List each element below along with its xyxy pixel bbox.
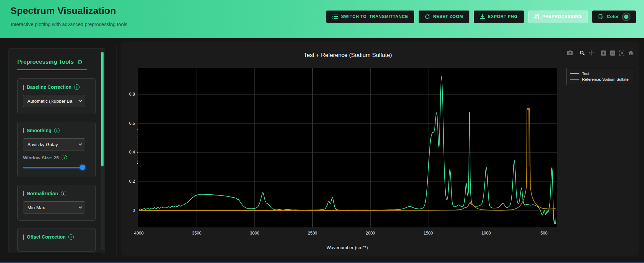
reset-zoom-label: RESET ZOOM xyxy=(433,14,463,19)
preprocessing-panel: Preprocessing Tools ⚙ Baseline Correctio… xyxy=(8,48,105,253)
panel-divider xyxy=(116,45,116,256)
main-area: Preprocessing Tools ⚙ Baseline Correctio… xyxy=(0,38,644,263)
baseline-correction-select[interactable]: Automatic (Rubber Ba xyxy=(23,95,85,107)
zoom-in-icon[interactable] xyxy=(600,50,607,56)
legend-item[interactable]: Reference: Sodium Sulfate xyxy=(570,76,630,82)
smoothing-card: Smoothing i Savitzky-Golay Window Size: … xyxy=(17,122,96,177)
y-tick-label: 0.8 xyxy=(121,92,135,97)
download-icon xyxy=(480,14,485,19)
x-tick-label: 3000 xyxy=(245,231,264,236)
app-subtitle: Interactive plotting with advanced prepr… xyxy=(11,22,127,27)
window-size-slider[interactable] xyxy=(23,165,85,170)
color-toggle-button[interactable]: Color xyxy=(592,11,636,23)
home-icon[interactable] xyxy=(627,50,634,56)
color-toggle-knob[interactable] xyxy=(623,13,630,20)
baseline-correction-title: Baseline Correction xyxy=(27,84,71,90)
zoom-out-icon[interactable] xyxy=(609,50,616,56)
accent-bar xyxy=(23,235,24,240)
legend-label: Reference: Sodium Sulfate xyxy=(582,77,628,81)
chart-title: Test + Reference (Sodium Sulfate) xyxy=(121,52,575,59)
x-tick-label: 3500 xyxy=(187,231,206,236)
info-icon[interactable]: i xyxy=(74,84,80,90)
preprocessing-label: PREPROCESSING xyxy=(542,14,582,19)
x-tick-label: 500 xyxy=(534,231,553,236)
legend-line-swatch xyxy=(570,73,579,74)
app-title: Spectrum Visualization xyxy=(10,5,116,16)
window-size-label: Window Size: 25 xyxy=(23,155,59,160)
slider-thumb[interactable] xyxy=(80,165,85,170)
x-tick-label: 1000 xyxy=(476,231,495,236)
y-tick-label: 0.6 xyxy=(121,121,135,126)
smoothing-select[interactable]: Savitzky-Golay xyxy=(23,138,85,150)
panel-title-underline xyxy=(17,69,87,70)
switch-to-transmittance-label: SWITCH TO TRANSMITTANCE xyxy=(341,14,408,19)
normalization-title: Normalization xyxy=(27,191,58,196)
bottom-accent-bar xyxy=(0,262,644,263)
camera-icon[interactable] xyxy=(567,50,573,56)
x-axis-title: Wavenumber (cm⁻¹) xyxy=(138,245,557,250)
accent-bar xyxy=(23,191,24,196)
panel-title: Preprocessing Tools xyxy=(17,59,74,65)
legend-label: Test xyxy=(582,72,589,76)
list-icon xyxy=(332,14,338,19)
gear-icon[interactable]: ⚙ xyxy=(77,59,83,65)
info-icon[interactable]: i xyxy=(62,155,67,160)
autoscale-icon[interactable] xyxy=(618,50,625,56)
plot-legend: TestReference: Sodium Sulfate xyxy=(566,68,634,85)
offset-correction-title: Offset Correction xyxy=(27,234,66,240)
color-label: Color xyxy=(607,14,619,19)
x-tick-label: 1500 xyxy=(419,231,438,236)
accent-bar xyxy=(23,85,24,90)
x-tick-label: 4000 xyxy=(129,231,148,236)
sidebar-scrollbar-thumb[interactable] xyxy=(101,52,104,166)
refresh-icon xyxy=(425,14,430,19)
smoothing-title: Smoothing xyxy=(27,128,51,133)
reset-zoom-button[interactable]: RESET ZOOM xyxy=(419,11,469,23)
legend-item[interactable]: Test xyxy=(570,70,630,76)
info-icon[interactable]: i xyxy=(61,191,66,196)
plot-modebar xyxy=(567,50,634,56)
palette-icon xyxy=(598,14,604,19)
slider-track[interactable] xyxy=(23,167,84,168)
y-tick-label: 0 xyxy=(121,208,135,213)
x-tick-label: 2500 xyxy=(303,231,322,236)
switch-to-transmittance-button[interactable]: SWITCH TO TRANSMITTANCE xyxy=(326,11,414,23)
sliders-icon xyxy=(534,14,539,19)
offset-correction-card: Offset Correction i xyxy=(17,228,96,252)
legend-line-swatch xyxy=(570,79,579,80)
normalization-select[interactable]: Min-Max xyxy=(23,201,85,214)
chart-card: Test + Reference (Sodium Sulfate) Absorb… xyxy=(121,42,639,256)
plot-area[interactable] xyxy=(138,68,557,227)
accent-bar xyxy=(23,128,24,133)
spectrum-plot xyxy=(138,68,557,227)
export-png-label: EXPORT PNG xyxy=(488,14,518,19)
info-icon[interactable]: i xyxy=(68,234,74,240)
baseline-correction-card: Baseline Correction i Automatic (Rubber … xyxy=(17,78,96,114)
info-icon[interactable]: i xyxy=(54,128,60,133)
app-header: Spectrum Visualization Interactive plott… xyxy=(0,0,644,38)
pan-icon[interactable] xyxy=(588,50,595,56)
export-png-button[interactable]: EXPORT PNG xyxy=(474,11,524,23)
y-tick-label: 0.4 xyxy=(121,150,135,155)
zoom-icon[interactable] xyxy=(579,50,585,56)
y-tick-label: 0.2 xyxy=(121,179,135,184)
normalization-card: Normalization i Min-Max xyxy=(17,185,96,221)
header-toolbar: SWITCH TO TRANSMITTANCE RESET ZOOM EXPOR… xyxy=(326,10,636,23)
preprocessing-button[interactable]: PREPROCESSING xyxy=(528,11,588,23)
x-tick-label: 2000 xyxy=(361,231,380,236)
